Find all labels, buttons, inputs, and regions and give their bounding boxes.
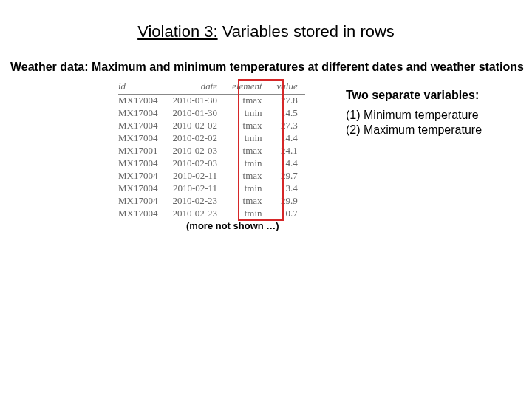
table-header-cell: date: [165, 80, 225, 95]
table-cell: 2010-02-03: [165, 157, 225, 170]
table-cell: MX17004: [118, 195, 165, 208]
title-prefix: Violation 3:: [137, 22, 217, 41]
annotation-item: (1) Minimum temperature: [346, 108, 482, 123]
annotation-heading: Two separate variables:: [346, 89, 482, 102]
table-cell: MX17004: [118, 170, 165, 183]
more-not-shown-note: (more not shown …): [186, 220, 279, 231]
table-cell: 2010-01-30: [165, 107, 225, 120]
slide-subtitle: Weather data: Maximum and minimum temper…: [10, 61, 528, 74]
slide-title: Violation 3: Variables stored in rows: [0, 22, 532, 41]
table-cell: 2010-02-23: [165, 208, 225, 220]
title-rest: Variables stored in rows: [218, 22, 395, 41]
table-cell: 2010-02-23: [165, 195, 225, 208]
table-cell: MX17004: [118, 208, 165, 220]
table-cell: MX17004: [118, 120, 165, 132]
table-cell: 2010-02-03: [165, 145, 225, 157]
annotation-item: (2) Maximum temperature: [346, 123, 482, 137]
table-cell: 2010-01-30: [165, 95, 225, 107]
table-cell: MX17004: [118, 107, 165, 120]
table-cell: 2010-02-11: [165, 170, 225, 183]
table-cell: MX17004: [118, 157, 165, 170]
table-cell: MX17004: [118, 132, 165, 145]
table-header-cell: id: [118, 80, 165, 95]
table-cell: MX17004: [118, 95, 165, 107]
annotation-block: Two separate variables: (1) Minimum temp…: [346, 89, 482, 137]
element-column-highlight: [238, 79, 284, 221]
table-cell: MX17001: [118, 145, 165, 157]
table-cell: MX17004: [118, 183, 165, 195]
table-cell: 2010-02-02: [165, 132, 225, 145]
table-cell: 2010-02-11: [165, 183, 225, 195]
table-cell: 2010-02-02: [165, 120, 225, 132]
